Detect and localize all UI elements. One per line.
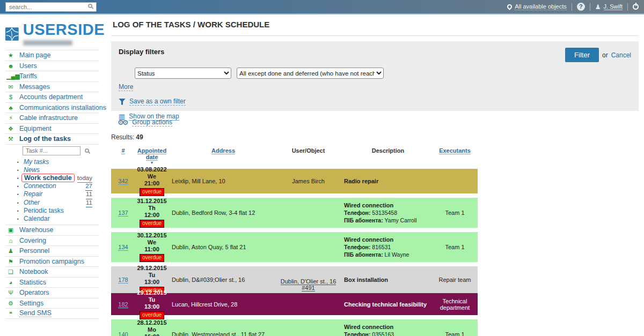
save-own-filter-link[interactable]: Save as a own filter xyxy=(129,98,186,106)
overdue-badge: overdue xyxy=(140,311,164,319)
separator xyxy=(590,3,590,11)
task-id-link[interactable]: 182 xyxy=(118,301,128,308)
task-id-link[interactable]: 178 xyxy=(118,277,128,283)
flag-icon: ⚑ xyxy=(6,258,15,265)
task-executants: Repair team xyxy=(432,277,478,283)
more-filters-link[interactable]: More xyxy=(119,83,133,91)
task-address: Dublin, Aston Quay, 5 flat 21 xyxy=(169,244,275,250)
task-id-link[interactable]: 140 xyxy=(118,331,128,336)
sidebar-item-cable-infrastructure[interactable]: ⚡ Cable infrastructure xyxy=(5,113,99,123)
filters-heading: Display filters xyxy=(119,48,164,56)
power-icon[interactable] xyxy=(633,4,639,10)
task-user: James Birch xyxy=(275,178,342,184)
submenu-item-work-schedule[interactable]: Work schedule today xyxy=(5,174,99,182)
topbar: All available objects ? ♟ J. Swift xyxy=(0,0,644,14)
sidebar-item-warehouse[interactable]: ▣ Warehouse xyxy=(5,225,99,235)
funnel-icon xyxy=(119,99,126,105)
submenu-item-repair[interactable]: Repair 11 xyxy=(5,190,99,198)
sidebar-item-statistics[interactable]: ◕ Statistics xyxy=(5,277,99,288)
header-appointed-date-link[interactable]: Appointed date xyxy=(137,147,166,161)
task-search-icon[interactable] xyxy=(85,148,89,153)
submenu-item-periodic-tasks[interactable]: Periodic tasks xyxy=(5,207,99,215)
sidebar-item-personnel[interactable]: ♟ Personnel xyxy=(5,245,99,256)
task-executants: Team 1 xyxy=(432,210,478,216)
task-executants: Team 1 xyxy=(432,331,478,336)
submenu-item-connection[interactable]: Connection 27 xyxy=(5,182,99,190)
task-address: Dublin, Westmoreland st., 11 flat 27 xyxy=(169,331,275,336)
sidebar-item-log-of-the-tasks[interactable]: ⚒ Log of the tasks xyxy=(5,133,99,144)
task-id-link[interactable]: 134 xyxy=(118,244,128,251)
task-number-input[interactable] xyxy=(23,146,80,155)
submenu-item-news[interactable]: News xyxy=(5,166,99,174)
plug-icon: ❖ xyxy=(6,125,15,132)
userside-logo-icon xyxy=(5,21,19,47)
submenu-item-calendar[interactable]: Calendar xyxy=(5,215,99,223)
network-tree-icon: ♣ xyxy=(6,104,15,111)
envelope-icon: ✉ xyxy=(6,84,15,90)
sidebar-item-tariffs[interactable]: ▁▄▆ Tariffs xyxy=(5,71,99,81)
table-header: # Appointed date ▼ Address User/Object D… xyxy=(111,145,478,169)
location-pin-icon xyxy=(506,3,513,10)
sidebar-item-users[interactable]: ☻ Users xyxy=(5,61,99,71)
table-row: 137 31.12.2015 Th 12:00 overdue Dublin, … xyxy=(111,198,478,228)
repair-count-link[interactable]: 11 xyxy=(86,190,92,199)
license-text-blurred xyxy=(23,40,72,46)
sidebar-item-covering[interactable]: ⌂ Covering xyxy=(5,235,99,246)
sidebar-item-accounts-department[interactable]: $ Accounts department xyxy=(5,92,99,102)
sidebar-item-messages[interactable]: ✉ Messages xyxy=(5,81,99,92)
connection-count-link[interactable]: 27 xyxy=(85,182,92,191)
brand-name: USERSIDE xyxy=(23,21,105,38)
overdue-badge: overdue xyxy=(140,254,164,262)
tasks-table: # Appointed date ▼ Address User/Object D… xyxy=(111,145,478,336)
header-num-link[interactable]: # xyxy=(121,147,125,154)
task-description: Wired connection Телефон: 816531 ПІБ або… xyxy=(342,236,432,258)
header-user-object: User/Object xyxy=(275,147,342,154)
results-count: Results:49 xyxy=(111,133,639,141)
table-row: 140 28.12.2015 Mo 16:00 overdue Dublin, … xyxy=(111,319,478,336)
available-objects-link[interactable]: All available objects xyxy=(507,3,567,10)
table-row: 134 30.12.2015 We 11:00 overdue Dublin, … xyxy=(111,232,478,262)
sidebar-item-operators[interactable]: Ψ Operators xyxy=(5,287,99,298)
task-object-link[interactable]: Dublin, D'Olier st., 16 #491 xyxy=(281,278,336,292)
filter-value-select[interactable]: All except done and deferred (who have n… xyxy=(237,68,384,79)
money-icon: $ xyxy=(6,94,15,100)
today-link[interactable]: today xyxy=(77,174,92,183)
sidebar-item-communications-installations[interactable]: ♣ Communications installations xyxy=(5,102,99,113)
cable-icon: ⚡ xyxy=(6,115,15,121)
separator xyxy=(627,3,628,11)
sidebar-item-promotion-campaigns[interactable]: ⚑ Promotion campaigns xyxy=(5,256,99,267)
search-icon[interactable] xyxy=(88,4,92,8)
sidebar-item-main-page[interactable]: ★ Main page xyxy=(5,50,99,61)
sidebar-item-equipment[interactable]: ❖ Equipment xyxy=(5,123,99,134)
gear-icon: ⚙ xyxy=(6,300,15,307)
other-count-link[interactable]: 11 xyxy=(86,199,92,207)
header-executants-link[interactable]: Executants xyxy=(439,147,471,154)
display-filters-panel: Display filters Filter or Cancel Status … xyxy=(111,41,639,111)
global-search-input[interactable] xyxy=(5,2,97,12)
filter-button[interactable]: Filter xyxy=(565,48,599,62)
sms-bubble-icon: ❝ xyxy=(6,310,15,317)
submenu-item-other[interactable]: Other 11 xyxy=(5,199,99,207)
task-executants: Team 1 xyxy=(432,244,478,250)
house-icon: ⌂ xyxy=(6,237,15,244)
cancel-link[interactable]: Cancel xyxy=(611,51,631,59)
sidebar-item-notebook[interactable]: ❏ Notebook xyxy=(5,266,99,277)
header-description: Description xyxy=(342,147,432,154)
sidebar-item-settings[interactable]: ⚙ Settings xyxy=(5,298,99,309)
sort-desc-icon[interactable]: ▼ xyxy=(135,161,169,165)
task-id-link[interactable]: 137 xyxy=(118,210,128,216)
divider xyxy=(111,35,639,36)
sidebar-item-send-sms[interactable]: ❝ Send SMS xyxy=(5,308,99,319)
user-icon: ♟ xyxy=(595,3,601,11)
table-row: 342 03.08.2022 We 21:00 overdue Leixlip,… xyxy=(111,169,478,193)
current-user-link[interactable]: ♟ J. Swift xyxy=(595,3,623,11)
task-id-link[interactable]: 342 xyxy=(118,178,128,185)
task-search xyxy=(5,144,99,157)
submenu-item-my-tasks[interactable]: My tasks xyxy=(5,158,99,166)
group-actions-link[interactable]: Group actions xyxy=(132,118,172,126)
filter-field-select[interactable]: Status xyxy=(135,68,231,79)
global-search xyxy=(5,2,97,12)
help-icon[interactable]: ? xyxy=(577,3,585,11)
overdue-badge: overdue xyxy=(140,220,164,228)
header-address-link[interactable]: Address xyxy=(211,147,235,154)
